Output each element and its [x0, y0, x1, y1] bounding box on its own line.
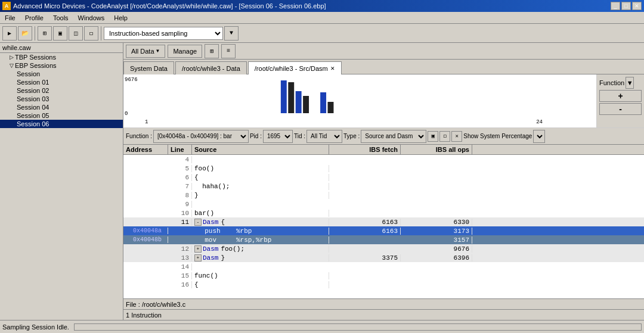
- function-label: Function :: [126, 133, 152, 139]
- th-address: Address: [123, 145, 168, 154]
- td-source: func(): [192, 272, 329, 279]
- view-btn-1[interactable]: ⊞: [205, 44, 219, 58]
- new-button[interactable]: ▶: [2, 26, 17, 41]
- sidebar-session01-label: Session 01: [17, 79, 49, 86]
- sidebar-header: while.caw: [0, 43, 123, 53]
- all-data-arrow: ▼: [156, 48, 160, 54]
- td-source: mov %rsp,%rbp: [192, 236, 329, 244]
- manage-label: Manage: [173, 48, 197, 55]
- sidebar-item-session03[interactable]: Session 03: [0, 95, 123, 103]
- sidebar-item-session05[interactable]: Session 05: [0, 111, 123, 120]
- source-text: }: [221, 254, 225, 262]
- menu-profile[interactable]: Profile: [20, 13, 48, 23]
- icon-btn-3[interactable]: ✕: [451, 131, 462, 142]
- sidebar-item-session02[interactable]: Session 02: [0, 86, 123, 95]
- sidebar-item-session01[interactable]: Session 01: [0, 78, 123, 86]
- td-line: 6: [168, 174, 192, 181]
- menu-tools[interactable]: Tools: [48, 13, 73, 23]
- icon-btn-2[interactable]: ◻: [439, 131, 450, 142]
- function-dropdown-btn[interactable]: ▼: [626, 77, 634, 89]
- zoom-out-btn[interactable]: -: [599, 103, 642, 115]
- titlebar-title: Advanced Micro Devices - CodeAnalyst [/r…: [13, 2, 326, 10]
- manage-button[interactable]: Manage: [168, 45, 202, 58]
- toolbar-btn-6[interactable]: ◻: [84, 26, 98, 41]
- menu-windows[interactable]: Windows: [73, 13, 110, 23]
- sampling-mode-select[interactable]: Instruction-based sampling: [104, 27, 223, 40]
- pct-select[interactable]: ▲: [533, 130, 545, 143]
- function-select[interactable]: [0x40048a - 0x400499] : bar: [153, 130, 249, 143]
- td-source: {: [192, 281, 329, 288]
- open-button[interactable]: 📂: [18, 26, 32, 41]
- sidebar-item-session04[interactable]: Session 04: [0, 103, 123, 111]
- tree-arrow-ebp: ▽: [10, 63, 14, 69]
- tid-label: Tid :: [294, 133, 305, 139]
- sampling-dropdown[interactable]: ▼: [224, 26, 239, 41]
- bar-blue-1: [281, 80, 287, 113]
- tab-system-data-label: System Data: [130, 65, 168, 72]
- table-row: 16 {: [123, 280, 644, 289]
- td-ibs-fetch: 3375: [329, 254, 401, 262]
- icon-btn-1[interactable]: ▣: [428, 131, 438, 142]
- sidebar-tbp-label: TBP Sessions: [15, 54, 56, 61]
- sidebar-item-session06[interactable]: Session 06: [0, 120, 123, 128]
- tab-src-dasm[interactable]: /root/c/while3 - Src/Dasm ✕: [248, 61, 342, 74]
- sidebar-item-session[interactable]: Session: [0, 70, 123, 78]
- td-source: }: [192, 192, 329, 199]
- sidebar-item-tbp[interactable]: ▷ TBP Sessions: [0, 53, 123, 61]
- th-source: Source: [192, 145, 329, 154]
- tab-system-data[interactable]: System Data: [123, 61, 174, 74]
- table-row: 6 {: [123, 173, 644, 182]
- expand-btn[interactable]: +: [194, 245, 202, 253]
- sidebar-item-ebp[interactable]: ▽ EBP Sessions: [0, 61, 123, 70]
- expand-btn[interactable]: -: [194, 219, 202, 226]
- tab-src-dasm-label: /root/c/while3 - Src/Dasm: [255, 65, 328, 72]
- titlebar-controls[interactable]: _ □ ✕: [611, 2, 642, 10]
- minimize-button[interactable]: _: [611, 2, 620, 10]
- th-ibs-fetch: IBS fetch: [329, 145, 401, 154]
- sidebar-ebp-label: EBP Sessions: [15, 62, 57, 69]
- chart-yaxis-max: 9676: [125, 77, 138, 83]
- chart-xaxis: 1 24: [145, 119, 543, 125]
- data-table-container: Address Line Source IBS fetch IBS all op…: [123, 145, 644, 309]
- tab-close-icon[interactable]: ✕: [330, 66, 335, 71]
- type-label: Type :: [343, 133, 360, 139]
- pid-select[interactable]: 1695: [263, 130, 293, 143]
- instruction-count: 1 Instruction: [126, 312, 162, 319]
- view-btn-2[interactable]: ≡: [221, 44, 236, 58]
- all-data-button[interactable]: All Data ▼: [126, 45, 165, 58]
- tid-select[interactable]: All Tid: [306, 130, 342, 143]
- td-line: 11: [168, 219, 192, 226]
- tab-data[interactable]: /root/c/while3 - Data: [175, 61, 247, 74]
- xaxis-max: 24: [536, 119, 543, 125]
- close-button[interactable]: ✕: [632, 2, 642, 10]
- toolbar-btn-5[interactable]: ◫: [69, 26, 83, 41]
- td-address: 0x40048b: [123, 236, 168, 243]
- pid-label: Pid :: [250, 133, 262, 139]
- type-select[interactable]: Source and Dasm: [361, 130, 426, 143]
- zoom-in-btn[interactable]: +: [599, 90, 642, 102]
- table-row-selected[interactable]: 0x40048a push %rbp 6163 3173: [123, 226, 644, 235]
- menu-file[interactable]: File: [0, 13, 20, 23]
- sidebar: while.caw ▷ TBP Sessions ▽ EBP Sessions …: [0, 43, 123, 320]
- sidebar-session06-label: Session 06: [17, 120, 49, 127]
- menu-help[interactable]: Help: [109, 13, 132, 23]
- table-row: 10 bar(): [123, 208, 644, 217]
- titlebar: A Advanced Micro Devices - CodeAnalyst […: [0, 0, 644, 12]
- sidebar-session05-label: Session 05: [17, 112, 49, 119]
- table-body: 4 5 foo() 6 {: [123, 155, 644, 298]
- td-address: 0x40048a: [123, 228, 168, 234]
- td-source: + Dasm }: [192, 254, 329, 262]
- toolbar-btn-3[interactable]: ⊞: [38, 26, 52, 41]
- chart-canvas: 9676 0 1 24: [123, 74, 596, 127]
- chart-svg: [143, 79, 547, 115]
- table-row: 9: [123, 200, 644, 208]
- function-control: Function ▼ + -: [596, 74, 644, 127]
- toolbar-btn-4[interactable]: ▣: [53, 26, 67, 41]
- td-ibs-all: 3173: [401, 228, 472, 235]
- td-source: foo(): [192, 165, 329, 172]
- bar-black-1: [288, 82, 294, 113]
- dasm-label: Dasm: [203, 245, 218, 253]
- table-row-selected2[interactable]: 0x40048b mov %rsp,%rbp 3157: [123, 235, 644, 244]
- maximize-button[interactable]: □: [621, 2, 631, 10]
- expand-btn[interactable]: +: [194, 254, 202, 262]
